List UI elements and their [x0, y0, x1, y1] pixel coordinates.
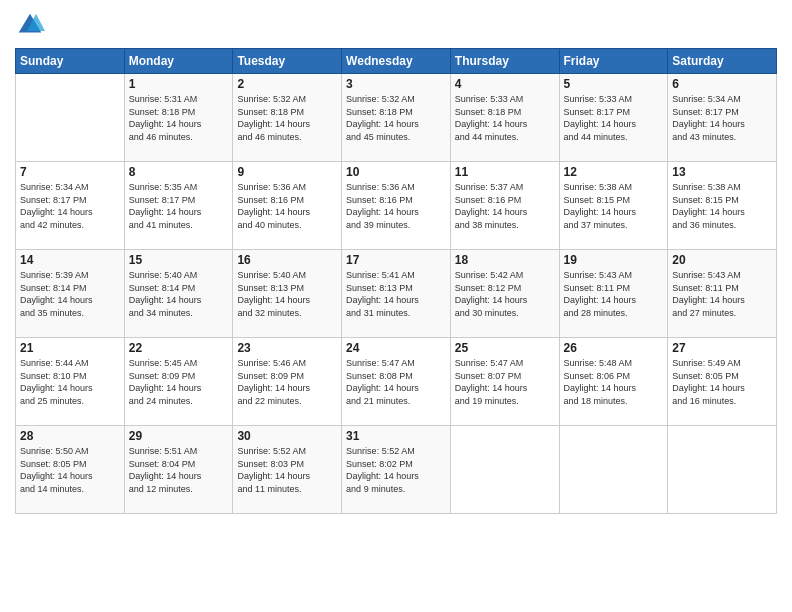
day-cell-13: 13Sunrise: 5:38 AMSunset: 8:15 PMDayligh…	[668, 162, 777, 250]
day-info: Sunrise: 5:32 AMSunset: 8:18 PMDaylight:…	[346, 93, 446, 143]
day-info: Sunrise: 5:43 AMSunset: 8:11 PMDaylight:…	[564, 269, 664, 319]
day-number: 12	[564, 165, 664, 179]
day-number: 14	[20, 253, 120, 267]
day-number: 28	[20, 429, 120, 443]
day-number: 9	[237, 165, 337, 179]
day-info: Sunrise: 5:47 AMSunset: 8:07 PMDaylight:…	[455, 357, 555, 407]
day-number: 6	[672, 77, 772, 91]
day-number: 3	[346, 77, 446, 91]
day-info: Sunrise: 5:37 AMSunset: 8:16 PMDaylight:…	[455, 181, 555, 231]
day-number: 4	[455, 77, 555, 91]
empty-cell	[450, 426, 559, 514]
day-info: Sunrise: 5:52 AMSunset: 8:03 PMDaylight:…	[237, 445, 337, 495]
day-info: Sunrise: 5:41 AMSunset: 8:13 PMDaylight:…	[346, 269, 446, 319]
day-number: 1	[129, 77, 229, 91]
day-cell-3: 3Sunrise: 5:32 AMSunset: 8:18 PMDaylight…	[342, 74, 451, 162]
day-number: 10	[346, 165, 446, 179]
day-cell-7: 7Sunrise: 5:34 AMSunset: 8:17 PMDaylight…	[16, 162, 125, 250]
day-number: 31	[346, 429, 446, 443]
day-number: 19	[564, 253, 664, 267]
day-number: 27	[672, 341, 772, 355]
day-cell-26: 26Sunrise: 5:48 AMSunset: 8:06 PMDayligh…	[559, 338, 668, 426]
empty-cell	[668, 426, 777, 514]
day-info: Sunrise: 5:40 AMSunset: 8:14 PMDaylight:…	[129, 269, 229, 319]
day-info: Sunrise: 5:32 AMSunset: 8:18 PMDaylight:…	[237, 93, 337, 143]
day-cell-14: 14Sunrise: 5:39 AMSunset: 8:14 PMDayligh…	[16, 250, 125, 338]
day-cell-16: 16Sunrise: 5:40 AMSunset: 8:13 PMDayligh…	[233, 250, 342, 338]
day-cell-9: 9Sunrise: 5:36 AMSunset: 8:16 PMDaylight…	[233, 162, 342, 250]
day-info: Sunrise: 5:49 AMSunset: 8:05 PMDaylight:…	[672, 357, 772, 407]
day-number: 16	[237, 253, 337, 267]
page: SundayMondayTuesdayWednesdayThursdayFrid…	[0, 0, 792, 612]
calendar: SundayMondayTuesdayWednesdayThursdayFrid…	[15, 48, 777, 514]
week-row-5: 28Sunrise: 5:50 AMSunset: 8:05 PMDayligh…	[16, 426, 777, 514]
day-info: Sunrise: 5:34 AMSunset: 8:17 PMDaylight:…	[20, 181, 120, 231]
day-number: 30	[237, 429, 337, 443]
day-info: Sunrise: 5:40 AMSunset: 8:13 PMDaylight:…	[237, 269, 337, 319]
day-info: Sunrise: 5:45 AMSunset: 8:09 PMDaylight:…	[129, 357, 229, 407]
weekday-thursday: Thursday	[450, 49, 559, 74]
day-info: Sunrise: 5:31 AMSunset: 8:18 PMDaylight:…	[129, 93, 229, 143]
day-cell-5: 5Sunrise: 5:33 AMSunset: 8:17 PMDaylight…	[559, 74, 668, 162]
day-cell-31: 31Sunrise: 5:52 AMSunset: 8:02 PMDayligh…	[342, 426, 451, 514]
weekday-wednesday: Wednesday	[342, 49, 451, 74]
day-cell-23: 23Sunrise: 5:46 AMSunset: 8:09 PMDayligh…	[233, 338, 342, 426]
day-info: Sunrise: 5:42 AMSunset: 8:12 PMDaylight:…	[455, 269, 555, 319]
logo-icon	[15, 10, 45, 40]
day-number: 22	[129, 341, 229, 355]
weekday-tuesday: Tuesday	[233, 49, 342, 74]
day-cell-20: 20Sunrise: 5:43 AMSunset: 8:11 PMDayligh…	[668, 250, 777, 338]
day-info: Sunrise: 5:48 AMSunset: 8:06 PMDaylight:…	[564, 357, 664, 407]
day-number: 25	[455, 341, 555, 355]
day-info: Sunrise: 5:44 AMSunset: 8:10 PMDaylight:…	[20, 357, 120, 407]
day-info: Sunrise: 5:38 AMSunset: 8:15 PMDaylight:…	[564, 181, 664, 231]
day-info: Sunrise: 5:46 AMSunset: 8:09 PMDaylight:…	[237, 357, 337, 407]
week-row-1: 1Sunrise: 5:31 AMSunset: 8:18 PMDaylight…	[16, 74, 777, 162]
day-cell-6: 6Sunrise: 5:34 AMSunset: 8:17 PMDaylight…	[668, 74, 777, 162]
day-cell-15: 15Sunrise: 5:40 AMSunset: 8:14 PMDayligh…	[124, 250, 233, 338]
header	[15, 10, 777, 40]
day-cell-12: 12Sunrise: 5:38 AMSunset: 8:15 PMDayligh…	[559, 162, 668, 250]
weekday-monday: Monday	[124, 49, 233, 74]
day-number: 8	[129, 165, 229, 179]
day-number: 20	[672, 253, 772, 267]
day-info: Sunrise: 5:34 AMSunset: 8:17 PMDaylight:…	[672, 93, 772, 143]
weekday-header-row: SundayMondayTuesdayWednesdayThursdayFrid…	[16, 49, 777, 74]
day-cell-18: 18Sunrise: 5:42 AMSunset: 8:12 PMDayligh…	[450, 250, 559, 338]
day-info: Sunrise: 5:33 AMSunset: 8:17 PMDaylight:…	[564, 93, 664, 143]
day-number: 23	[237, 341, 337, 355]
day-number: 18	[455, 253, 555, 267]
day-cell-11: 11Sunrise: 5:37 AMSunset: 8:16 PMDayligh…	[450, 162, 559, 250]
day-number: 26	[564, 341, 664, 355]
day-number: 11	[455, 165, 555, 179]
day-cell-19: 19Sunrise: 5:43 AMSunset: 8:11 PMDayligh…	[559, 250, 668, 338]
day-cell-22: 22Sunrise: 5:45 AMSunset: 8:09 PMDayligh…	[124, 338, 233, 426]
day-info: Sunrise: 5:36 AMSunset: 8:16 PMDaylight:…	[237, 181, 337, 231]
day-cell-24: 24Sunrise: 5:47 AMSunset: 8:08 PMDayligh…	[342, 338, 451, 426]
day-number: 15	[129, 253, 229, 267]
day-number: 7	[20, 165, 120, 179]
day-cell-29: 29Sunrise: 5:51 AMSunset: 8:04 PMDayligh…	[124, 426, 233, 514]
day-cell-1: 1Sunrise: 5:31 AMSunset: 8:18 PMDaylight…	[124, 74, 233, 162]
logo	[15, 10, 49, 40]
weekday-sunday: Sunday	[16, 49, 125, 74]
day-cell-2: 2Sunrise: 5:32 AMSunset: 8:18 PMDaylight…	[233, 74, 342, 162]
empty-cell	[16, 74, 125, 162]
day-info: Sunrise: 5:38 AMSunset: 8:15 PMDaylight:…	[672, 181, 772, 231]
day-number: 2	[237, 77, 337, 91]
day-info: Sunrise: 5:47 AMSunset: 8:08 PMDaylight:…	[346, 357, 446, 407]
week-row-2: 7Sunrise: 5:34 AMSunset: 8:17 PMDaylight…	[16, 162, 777, 250]
day-cell-25: 25Sunrise: 5:47 AMSunset: 8:07 PMDayligh…	[450, 338, 559, 426]
day-cell-4: 4Sunrise: 5:33 AMSunset: 8:18 PMDaylight…	[450, 74, 559, 162]
week-row-3: 14Sunrise: 5:39 AMSunset: 8:14 PMDayligh…	[16, 250, 777, 338]
day-info: Sunrise: 5:35 AMSunset: 8:17 PMDaylight:…	[129, 181, 229, 231]
day-info: Sunrise: 5:39 AMSunset: 8:14 PMDaylight:…	[20, 269, 120, 319]
weekday-saturday: Saturday	[668, 49, 777, 74]
day-cell-17: 17Sunrise: 5:41 AMSunset: 8:13 PMDayligh…	[342, 250, 451, 338]
day-info: Sunrise: 5:51 AMSunset: 8:04 PMDaylight:…	[129, 445, 229, 495]
week-row-4: 21Sunrise: 5:44 AMSunset: 8:10 PMDayligh…	[16, 338, 777, 426]
day-number: 21	[20, 341, 120, 355]
day-number: 29	[129, 429, 229, 443]
empty-cell	[559, 426, 668, 514]
day-cell-27: 27Sunrise: 5:49 AMSunset: 8:05 PMDayligh…	[668, 338, 777, 426]
